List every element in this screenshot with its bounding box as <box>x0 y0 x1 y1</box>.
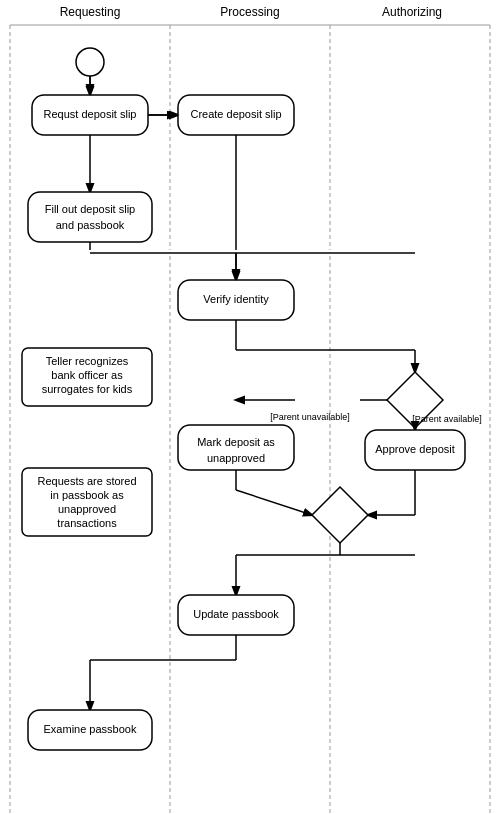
svg-line-21 <box>236 490 312 515</box>
verify-label: Verify identity <box>203 293 269 305</box>
examine-passbook-label: Examine passbook <box>44 723 137 735</box>
mark-unapproved-label-2: unapproved <box>207 452 265 464</box>
requests-label-4: transactions <box>57 517 117 529</box>
approve-deposit-label: Approve deposit <box>375 443 455 455</box>
lane-authorizing: Authorizing <box>382 5 442 19</box>
parent-available-label: [Parent available] <box>412 414 482 424</box>
diagram-svg: Requesting Processing Authorizing Requst… <box>0 0 500 814</box>
teller-label-3: surrogates for kids <box>42 383 133 395</box>
create-deposit-label: Create deposit slip <box>190 108 281 120</box>
lane-processing: Processing <box>220 5 279 19</box>
requests-label-2: in passbook as <box>50 489 124 501</box>
fill-out-node <box>28 192 152 242</box>
start-node <box>76 48 104 76</box>
requests-label-3: unapproved <box>58 503 116 515</box>
teller-label-2: bank officer as <box>51 369 123 381</box>
fill-out-label-2: and passbook <box>56 219 125 231</box>
update-passbook-label: Update passbook <box>193 608 279 620</box>
request-deposit-label: Requst deposit slip <box>44 108 137 120</box>
mark-unapproved-label-1: Mark deposit as <box>197 436 275 448</box>
fill-out-label-1: Fill out deposit slip <box>45 203 136 215</box>
lane-requesting: Requesting <box>60 5 121 19</box>
teller-label-1: Teller recognizes <box>46 355 129 367</box>
parent-unavailable-label: [Parent unavailable] <box>270 412 350 422</box>
decision2-node <box>312 487 368 543</box>
requests-label-1: Requests are stored <box>37 475 136 487</box>
